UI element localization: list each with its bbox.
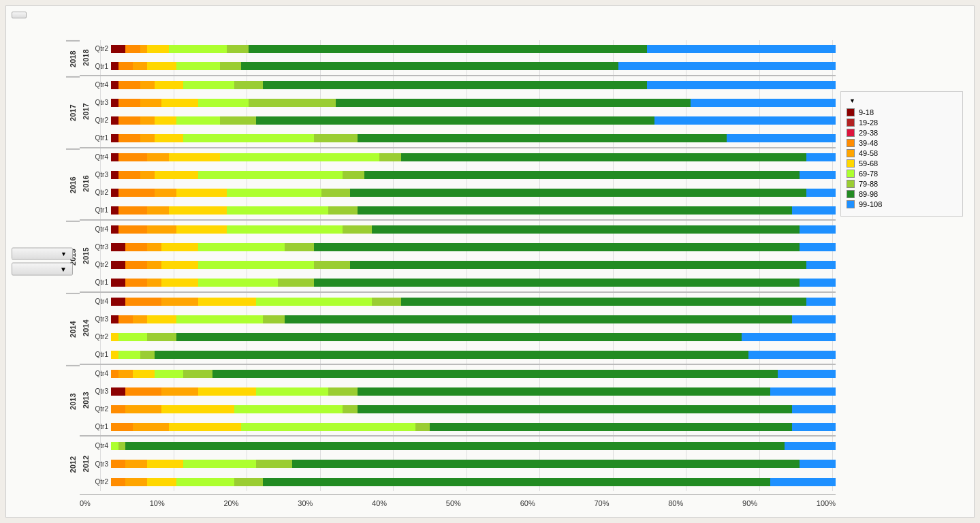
bar-segment [748,351,836,359]
bar-segment [155,351,748,359]
bar-segment [415,423,430,431]
bar-segment [263,81,647,89]
years-dropdown-arrow: ▼ [61,251,67,257]
filter-icon: ▼ [60,266,67,273]
bar-segment [125,405,161,413]
qtr-label: Qtr1 [92,63,111,70]
qtr-label: Qtr3 [92,460,111,468]
bar-segment [372,225,800,234]
bar-segment [234,405,343,413]
legend-label: 9-18 [859,108,874,116]
bar-segment [647,45,836,53]
bar-segment [249,99,336,107]
bar-segment [118,81,140,89]
bar-segment [111,478,125,486]
bar-container [111,351,836,359]
bar-segment [241,62,618,70]
bar-segment [133,423,169,431]
bar-segment [256,460,292,468]
bar-container [111,81,836,89]
bar-container [111,134,836,142]
qtr-label: Qtr4 [92,153,111,161]
bar-segment [111,243,125,251]
bar-segment [140,351,155,359]
bar-segment [778,370,836,378]
bar-segment [111,81,118,89]
bar-segment [111,460,125,468]
bar-segment [770,478,836,486]
bar-segment [111,153,118,161]
bar-segment [155,171,198,179]
bar-segment [118,206,148,215]
qtr-row: Qtr2 [92,112,836,129]
bar-segment [111,333,118,341]
xaxis-tick: 0% [80,499,91,507]
bar-container [111,315,836,323]
legend-title[interactable]: ▼ [847,97,957,104]
bar-segment [328,206,358,215]
xaxis-tick: 30% [298,499,313,507]
qtr-row: Qtr2 [92,40,836,57]
bar-segment [111,442,118,450]
bar-segment [161,243,197,251]
bar-segment [350,189,806,197]
bar-segment [155,116,176,125]
bar-segment [111,225,118,234]
qtr-row: Qtr2 [92,473,836,490]
bar-segment [183,370,212,378]
qtr-label: Qtr2 [92,478,111,486]
bar-segment [691,99,836,107]
qtr-label: Qtr1 [92,423,111,430]
bar-segment [314,134,358,142]
bar-segment [343,405,357,413]
bar-segment [147,333,176,341]
assigned-filter[interactable]: ▼ [12,263,73,276]
bar-segment [111,370,118,378]
bar-segment [161,387,197,396]
legend-label: 99-108 [859,200,882,208]
bar-segment [183,134,314,142]
qtr-label: Qtr3 [92,315,111,323]
bar-segment [140,99,162,107]
bar-segment [155,134,184,142]
bar-segment [727,134,836,142]
bar-segment [111,315,118,323]
qtr-row: Qtr1 [92,202,836,219]
bar-segment [198,279,278,287]
qtr-row: Qtr3 [92,166,836,184]
bar-segment [654,116,836,125]
years-dropdown[interactable]: ▼ [12,248,73,260]
qtr-label: Qtr1 [92,351,111,358]
qtr-label: Qtr2 [92,45,111,52]
bar-segment [278,279,314,287]
bar-segment [785,442,835,450]
bar-container [111,261,836,269]
legend-item: 19-28 [847,118,957,127]
bar-segment [140,45,148,53]
bar-segment [155,81,184,89]
qtr-rows: Qtr4Qtr3Qtr2Qtr1 [92,293,836,364]
legend-color-swatch [847,118,855,127]
bar-segment [249,45,647,53]
bar-segment [111,387,125,396]
bar-segment [125,261,147,269]
year-block: 2016Qtr4Qtr3Qtr2Qtr1 [80,148,836,221]
bar-segment [183,460,255,468]
bar-segment [227,189,321,197]
bar-segment [147,279,161,287]
qtr-label: Qtr1 [92,279,111,286]
year-block: 2015Qtr4Qtr3Qtr2Qtr1 [80,221,836,293]
year-block: 2012Qtr4Qtr3Qtr2 [80,437,836,490]
count-quality-title[interactable] [12,12,27,18]
xaxis-tick: 100% [817,499,836,507]
bar-container [111,279,836,287]
year-vert-label: 2018 [80,40,92,75]
bar-segment [292,460,800,468]
bar-segment [183,81,234,89]
bar-segment [176,116,220,125]
bar-segment [125,478,147,486]
xaxis-tick: 80% [668,499,683,507]
bar-segment [343,171,364,179]
bar-segment [118,116,140,125]
bar-segment [125,298,161,306]
